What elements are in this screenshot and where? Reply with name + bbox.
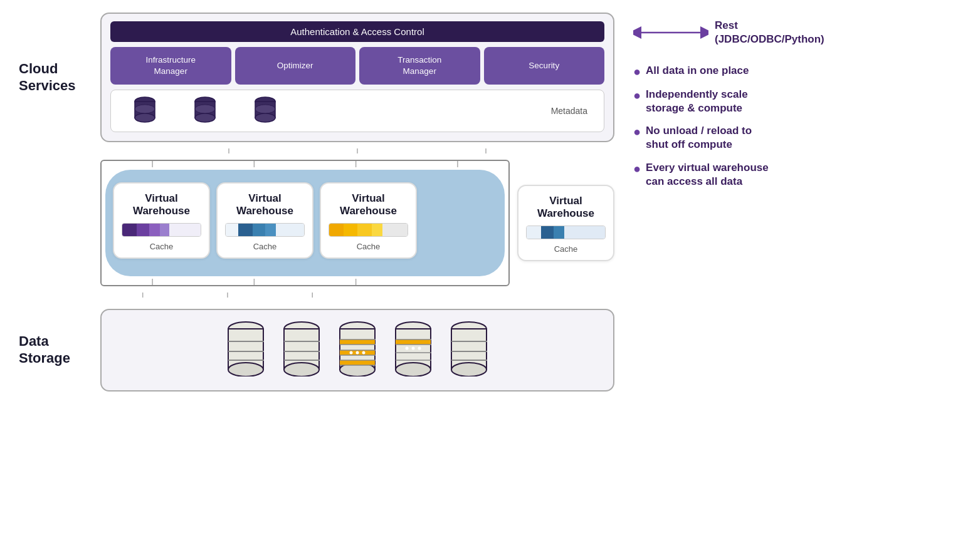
cache-seg	[554, 226, 565, 239]
vw-title-3: VirtualWarehouse	[340, 192, 397, 218]
svg-point-50	[355, 351, 359, 354]
cache-seg	[564, 226, 605, 239]
cache-seg	[238, 224, 253, 236]
cache-seg	[253, 224, 265, 236]
cache-label-1: Cache	[150, 242, 174, 251]
svg-point-54	[396, 363, 431, 376]
cache-seg	[344, 224, 358, 236]
rest-label: Rest(JDBC/ODBC/Python)	[715, 19, 824, 46]
feature-text-3: No unload / reload toshut off compute	[646, 124, 752, 152]
cache-bar-2	[225, 223, 305, 237]
service-transaction: TransactionManager	[359, 47, 480, 85]
auth-bar: Authentication & Access Control	[110, 21, 604, 42]
cache-seg	[357, 224, 372, 236]
connector-lines-bottom	[102, 279, 508, 285]
cache-seg	[122, 224, 137, 236]
svg-point-60	[405, 346, 408, 350]
service-infrastructure: InfrastructureManager	[110, 47, 231, 85]
svg-rect-46	[340, 360, 375, 365]
svg-point-6	[195, 113, 215, 122]
data-storage-box	[100, 309, 614, 391]
cloud-vw-bg: VirtualWarehouse Cache	[105, 170, 505, 276]
vw-section: VirtualWarehouse Cache	[19, 160, 614, 286]
storage-cylinder-5	[449, 321, 490, 379]
svg-rect-55	[396, 340, 431, 345]
connector-top	[100, 148, 614, 153]
cloud-services-box: Authentication & Access Control Infrastr…	[100, 13, 614, 142]
cache-bar-4	[526, 226, 606, 239]
vw-title-4: VirtualWarehouse	[537, 195, 594, 220]
cloud-services-wrapper: CloudServices Authentication & Access Co…	[19, 13, 614, 142]
vw-box-1: VirtualWarehouse Cache	[113, 182, 210, 259]
data-storage-label: DataStorage	[19, 333, 100, 366]
cache-seg	[149, 224, 160, 236]
svg-point-10	[255, 113, 275, 122]
feature-2: ● Independently scalestorage & compute	[633, 88, 944, 115]
storage-cylinder-1	[226, 321, 266, 379]
services-row: InfrastructureManager Optimizer Transact…	[110, 47, 604, 85]
vw-title-2: VirtualWarehouse	[236, 192, 293, 218]
svg-point-65	[451, 363, 487, 376]
vw-bracket-box: VirtualWarehouse Cache	[100, 160, 510, 286]
feature-4: ● Every virtual warehousecan access all …	[633, 161, 944, 189]
cache-seg	[382, 224, 408, 236]
diagram-section: CloudServices Authentication & Access Co…	[19, 13, 614, 547]
feature-1: ● All data in one place	[633, 64, 944, 79]
svg-point-3	[135, 105, 155, 113]
feature-3: ● No unload / reload toshut off compute	[633, 124, 944, 152]
cache-label-2: Cache	[253, 242, 277, 251]
vw-box-4: VirtualWarehouse Cache	[517, 185, 614, 261]
vw-box-3: VirtualWarehouse Cache	[320, 182, 417, 259]
cache-bar-3	[329, 223, 408, 237]
cache-seg	[372, 224, 383, 236]
svg-point-33	[284, 363, 319, 376]
vw-label-area	[19, 160, 100, 286]
svg-rect-40	[340, 340, 375, 345]
svg-point-61	[411, 346, 414, 350]
cache-seg	[226, 224, 238, 236]
svg-point-51	[362, 351, 365, 354]
right-section: Rest(JDBC/ODBC/Python) ● All data in one…	[614, 13, 944, 547]
cache-label-3: Cache	[357, 242, 381, 251]
cache-label-4: Cache	[554, 244, 578, 254]
storage-cylinder-2	[282, 321, 322, 379]
data-storage-wrapper: DataStorage	[19, 309, 614, 391]
vw-title-1: VirtualWarehouse	[133, 192, 190, 218]
svg-point-27	[228, 363, 263, 376]
feature-list: ● All data in one place ● Independently …	[633, 64, 944, 189]
storage-cylinder-4	[393, 321, 434, 379]
vw-box-right-area: VirtualWarehouse Cache	[510, 160, 614, 286]
storage-cylinder-3	[337, 321, 378, 379]
bullet-1: ●	[633, 64, 641, 79]
bullet-4: ●	[633, 161, 641, 176]
metadata-row: Metadata	[110, 90, 604, 132]
cache-seg	[527, 226, 541, 239]
cache-seg	[329, 224, 344, 236]
db-icon-1	[134, 96, 156, 125]
feature-text-1: All data in one place	[646, 64, 749, 78]
cache-bar-1	[122, 223, 201, 237]
cache-seg	[541, 226, 554, 239]
svg-point-2	[135, 113, 155, 122]
cache-seg	[160, 224, 169, 236]
svg-point-49	[349, 351, 352, 354]
feature-text-4: Every virtual warehousecan access all da…	[646, 161, 769, 189]
double-arrow-svg	[633, 26, 708, 39]
bullet-3: ●	[633, 124, 641, 139]
feature-text-2: Independently scalestorage & compute	[646, 88, 748, 115]
vw-box-2: VirtualWarehouse Cache	[216, 182, 313, 259]
svg-point-11	[255, 105, 275, 113]
metadata-label: Metadata	[551, 106, 594, 116]
db-icon-3	[254, 96, 276, 125]
cache-seg	[169, 224, 201, 236]
metadata-icons	[121, 96, 551, 125]
vw-main-area: VirtualWarehouse Cache	[100, 160, 510, 286]
connector-bottom	[100, 293, 614, 298]
bullet-2: ●	[633, 88, 641, 103]
db-icon-2	[194, 96, 216, 125]
cache-seg	[265, 224, 276, 236]
svg-point-7	[195, 105, 215, 113]
arrow-area	[633, 26, 708, 39]
svg-point-62	[418, 346, 421, 350]
service-security: Security	[484, 47, 605, 85]
